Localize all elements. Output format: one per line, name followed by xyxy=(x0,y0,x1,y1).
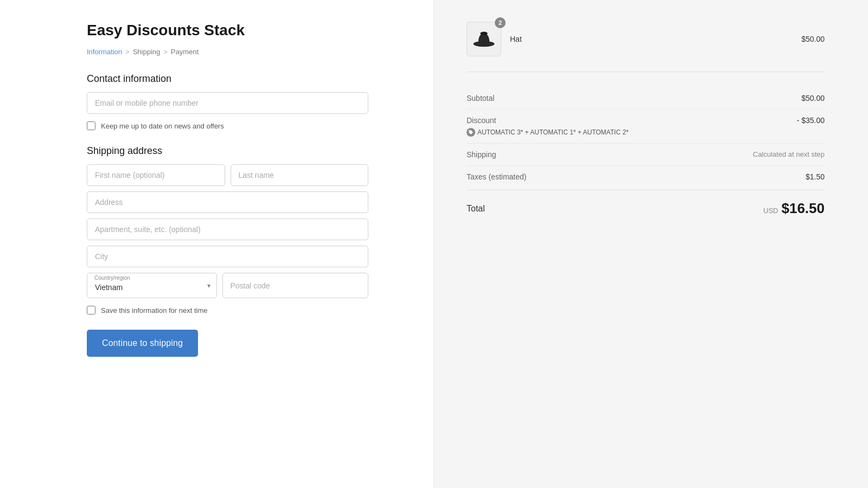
item-badge: 2 xyxy=(495,17,506,28)
total-row: Total USD $16.50 xyxy=(467,190,825,227)
apt-input[interactable] xyxy=(87,219,368,240)
svg-point-1 xyxy=(480,32,488,35)
store-title: Easy Discounts Stack xyxy=(87,22,368,39)
city-input[interactable] xyxy=(87,246,368,267)
svg-point-2 xyxy=(469,131,470,132)
shipping-section: Shipping address Country/region Vietnam … xyxy=(87,145,368,357)
taxes-row: Taxes (estimated) $1.50 xyxy=(467,166,825,188)
breadcrumb-sep1: > xyxy=(125,48,130,56)
total-label: Total xyxy=(467,204,485,214)
taxes-label: Taxes (estimated) xyxy=(467,172,526,181)
discount-detail: AUTOMATIC 3* + AUTOMATIC 1* + AUTOMATIC … xyxy=(467,128,629,137)
taxes-value: $1.50 xyxy=(806,172,825,181)
item-name: Hat xyxy=(510,35,793,43)
country-select[interactable]: Vietnam xyxy=(87,273,217,298)
name-row xyxy=(87,164,368,186)
shipping-label: Shipping xyxy=(467,150,496,159)
contact-section: Contact information Keep me up to date o… xyxy=(87,73,368,130)
subtotal-value: $50.00 xyxy=(801,94,825,102)
subtotal-row: Subtotal $50.00 xyxy=(467,87,825,110)
country-postal-row: Country/region Vietnam ▾ xyxy=(87,273,368,298)
breadcrumb-information[interactable]: Information xyxy=(87,48,122,56)
last-name-input[interactable] xyxy=(231,164,369,186)
breadcrumb-payment[interactable]: Payment xyxy=(171,48,199,56)
breadcrumb-sep2: > xyxy=(163,48,168,56)
order-summary: Subtotal $50.00 Discount AUTOMATIC 3* + … xyxy=(467,87,825,188)
order-item: 2 Hat $50.00 xyxy=(467,22,825,72)
discount-tag-icon xyxy=(467,128,475,137)
left-panel: Easy Discounts Stack Information > Shipp… xyxy=(0,0,434,488)
hat-icon xyxy=(471,26,497,52)
discount-label-text: Discount xyxy=(467,116,496,125)
continue-to-shipping-button[interactable]: Continue to shipping xyxy=(87,330,198,357)
postal-input[interactable] xyxy=(222,273,369,298)
item-price: $50.00 xyxy=(801,35,825,43)
breadcrumb: Information > Shipping > Payment xyxy=(87,48,368,56)
save-info-row: Save this information for next time xyxy=(87,306,368,314)
discount-row: Discount AUTOMATIC 3* + AUTOMATIC 1* + A… xyxy=(467,110,825,144)
newsletter-row: Keep me up to date on news and offers xyxy=(87,121,368,130)
save-info-checkbox[interactable] xyxy=(87,306,95,314)
shipping-value: Calculated at next step xyxy=(753,150,825,158)
item-image-wrapper: 2 xyxy=(467,22,501,56)
discount-value: - $35.00 xyxy=(797,116,825,125)
discount-label-group: Discount AUTOMATIC 3* + AUTOMATIC 1* + A… xyxy=(467,116,629,137)
save-info-label[interactable]: Save this information for next time xyxy=(101,306,208,314)
total-currency: USD xyxy=(763,207,778,215)
country-wrapper: Country/region Vietnam ▾ xyxy=(87,273,217,298)
right-panel: 2 Hat $50.00 Subtotal $50.00 Discount xyxy=(434,0,868,488)
email-input[interactable] xyxy=(87,92,368,114)
total-value: $16.50 xyxy=(781,200,825,217)
newsletter-checkbox[interactable] xyxy=(87,121,95,130)
total-value-wrapper: USD $16.50 xyxy=(763,200,825,217)
contact-section-title: Contact information xyxy=(87,73,368,85)
address-input[interactable] xyxy=(87,191,368,213)
newsletter-label[interactable]: Keep me up to date on news and offers xyxy=(101,122,224,130)
shipping-row: Shipping Calculated at next step xyxy=(467,144,825,166)
item-image xyxy=(467,22,501,56)
discount-codes: AUTOMATIC 3* + AUTOMATIC 1* + AUTOMATIC … xyxy=(477,129,629,136)
shipping-section-title: Shipping address xyxy=(87,145,368,157)
subtotal-label: Subtotal xyxy=(467,94,494,102)
breadcrumb-shipping[interactable]: Shipping xyxy=(133,48,161,56)
first-name-input[interactable] xyxy=(87,164,225,186)
